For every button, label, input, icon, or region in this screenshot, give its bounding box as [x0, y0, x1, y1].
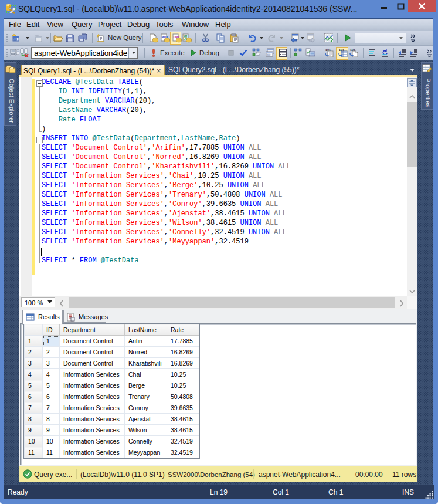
svg-text:LA: LA: [184, 38, 188, 40]
svg-text:MDX: MDX: [162, 35, 169, 39]
svg-text:DMX: DMX: [174, 35, 181, 39]
